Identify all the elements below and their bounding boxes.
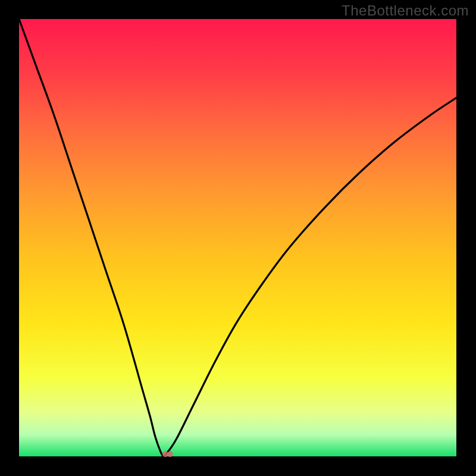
svg-point-1 xyxy=(167,451,173,457)
plot-background xyxy=(19,19,456,456)
bottleneck-chart xyxy=(0,0,476,476)
watermark-text: TheBottleneck.com xyxy=(342,2,469,19)
chart-frame: TheBottleneck.com xyxy=(0,0,476,476)
